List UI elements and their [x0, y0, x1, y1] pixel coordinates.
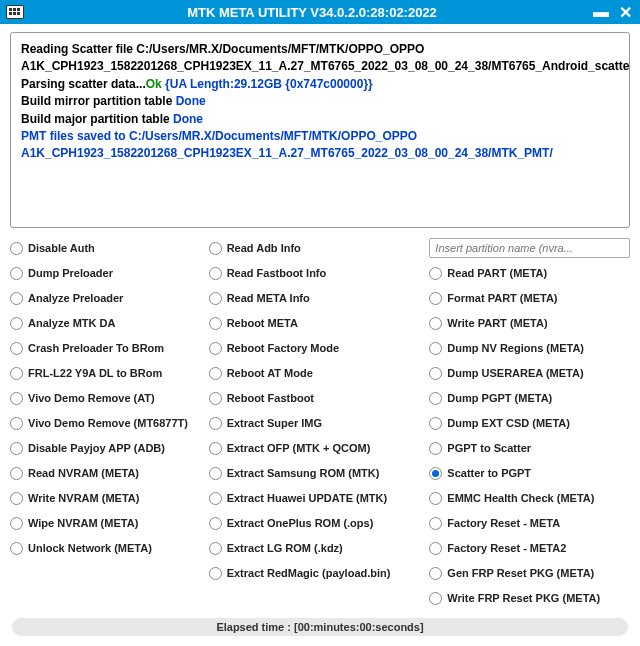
option-label: Read Adb Info — [227, 242, 301, 254]
option-label: Reboot META — [227, 317, 298, 329]
opt-c2-5[interactable]: Reboot AT Mode — [209, 363, 426, 383]
opt-c2-8[interactable]: Extract OFP (MTK + QCOM) — [209, 438, 426, 458]
opt-c2-7[interactable]: Extract Super IMG — [209, 413, 426, 433]
option-label: Disable Auth — [28, 242, 95, 254]
opt-c3-12[interactable]: Gen FRP Reset PKG (META) — [429, 563, 630, 583]
option-label: Reboot Fastboot — [227, 392, 314, 404]
options-panel: Disable AuthDump PreloaderAnalyze Preloa… — [10, 238, 630, 608]
opt-c1-10[interactable]: Write NVRAM (META) — [10, 488, 205, 508]
opt-c1-7[interactable]: Vivo Demo Remove (MT6877T) — [10, 413, 205, 433]
opt-c1-6[interactable]: Vivo Demo Remove (AT) — [10, 388, 205, 408]
radio-icon — [10, 517, 23, 530]
option-label: Analyze Preloader — [28, 292, 123, 304]
opt-c1-0[interactable]: Disable Auth — [10, 238, 205, 258]
option-label: Reboot AT Mode — [227, 367, 313, 379]
option-label: Vivo Demo Remove (MT6877T) — [28, 417, 188, 429]
opt-c2-1[interactable]: Read Fastboot Info — [209, 263, 426, 283]
opt-c3-11[interactable]: Factory Reset - META2 — [429, 538, 630, 558]
option-label: Write PART (META) — [447, 317, 547, 329]
radio-icon — [429, 292, 442, 305]
opt-c3-8[interactable]: Scatter to PGPT — [429, 463, 630, 483]
opt-c1-4[interactable]: Crash Preloader To BRom — [10, 338, 205, 358]
opt-c2-13[interactable]: Extract RedMagic (payload.bin) — [209, 563, 426, 583]
opt-c3-5[interactable]: Dump PGPT (META) — [429, 388, 630, 408]
radio-icon — [10, 242, 23, 255]
radio-icon — [10, 442, 23, 455]
radio-icon — [209, 367, 222, 380]
radio-icon — [209, 517, 222, 530]
option-label: Wipe NVRAM (META) — [28, 517, 138, 529]
option-label: Dump USERAREA (META) — [447, 367, 583, 379]
opt-c3-4[interactable]: Dump USERAREA (META) — [429, 363, 630, 383]
radio-icon — [209, 342, 222, 355]
radio-icon — [10, 417, 23, 430]
radio-icon — [10, 292, 23, 305]
opt-c3-9[interactable]: EMMC Health Check (META) — [429, 488, 630, 508]
opt-c3-2[interactable]: Write PART (META) — [429, 313, 630, 333]
opt-c3-3[interactable]: Dump NV Regions (META) — [429, 338, 630, 358]
radio-icon — [209, 242, 222, 255]
option-label: Extract OnePlus ROM (.ops) — [227, 517, 374, 529]
opt-c1-8[interactable]: Disable Payjoy APP (ADB) — [10, 438, 205, 458]
opt-c1-2[interactable]: Analyze Preloader — [10, 288, 205, 308]
status-bar: Elapsed time : [00:minutes:00:seconds] — [12, 618, 628, 636]
opt-c2-11[interactable]: Extract OnePlus ROM (.ops) — [209, 513, 426, 533]
radio-icon — [429, 592, 442, 605]
option-label: Extract OFP (MTK + QCOM) — [227, 442, 371, 454]
option-label: Dump EXT CSD (META) — [447, 417, 570, 429]
opt-c1-1[interactable]: Dump Preloader — [10, 263, 205, 283]
option-label: Scatter to PGPT — [447, 467, 531, 479]
option-label: Format PART (META) — [447, 292, 557, 304]
option-label: Unlock Network (META) — [28, 542, 152, 554]
opt-c2-6[interactable]: Reboot Fastboot — [209, 388, 426, 408]
opt-c1-9[interactable]: Read NVRAM (META) — [10, 463, 205, 483]
radio-icon — [209, 417, 222, 430]
radio-icon — [429, 392, 442, 405]
radio-icon — [209, 392, 222, 405]
option-label: Extract Huawei UPDATE (MTK) — [227, 492, 388, 504]
option-label: Analyze MTK DA — [28, 317, 115, 329]
radio-icon — [209, 567, 222, 580]
opt-c1-5[interactable]: FRL-L22 Y9A DL to BRom — [10, 363, 205, 383]
radio-icon — [10, 367, 23, 380]
window-controls: ▬ ✕ — [592, 4, 634, 20]
radio-icon — [209, 317, 222, 330]
opt-c3-10[interactable]: Factory Reset - META — [429, 513, 630, 533]
opt-c3-7[interactable]: PGPT to Scatter — [429, 438, 630, 458]
radio-icon — [10, 317, 23, 330]
option-label: Gen FRP Reset PKG (META) — [447, 567, 594, 579]
window-title: MTK META UTILITY V34.0.2.0:28:02:2022 — [32, 5, 592, 20]
option-label: Read PART (META) — [447, 267, 547, 279]
opt-c3-13[interactable]: Write FRP Reset PKG (META) — [429, 588, 630, 608]
option-label: FRL-L22 Y9A DL to BRom — [28, 367, 162, 379]
opt-c2-0[interactable]: Read Adb Info — [209, 238, 426, 258]
opt-c3-0[interactable]: Read PART (META) — [429, 263, 630, 283]
radio-icon — [209, 292, 222, 305]
radio-icon — [10, 492, 23, 505]
opt-c2-4[interactable]: Reboot Factory Mode — [209, 338, 426, 358]
option-label: Factory Reset - META2 — [447, 542, 566, 554]
option-label: Vivo Demo Remove (AT) — [28, 392, 155, 404]
close-button[interactable]: ✕ — [616, 4, 634, 20]
opt-c2-10[interactable]: Extract Huawei UPDATE (MTK) — [209, 488, 426, 508]
partition-name-input[interactable] — [429, 238, 630, 258]
radio-icon — [10, 392, 23, 405]
minimize-button[interactable]: ▬ — [592, 4, 610, 20]
opt-c1-11[interactable]: Wipe NVRAM (META) — [10, 513, 205, 533]
opt-c2-3[interactable]: Reboot META — [209, 313, 426, 333]
option-label: Disable Payjoy APP (ADB) — [28, 442, 165, 454]
radio-icon — [10, 467, 23, 480]
opt-c3-6[interactable]: Dump EXT CSD (META) — [429, 413, 630, 433]
opt-c3-1[interactable]: Format PART (META) — [429, 288, 630, 308]
opt-c2-2[interactable]: Read META Info — [209, 288, 426, 308]
opt-c1-12[interactable]: Unlock Network (META) — [10, 538, 205, 558]
opt-c2-12[interactable]: Extract LG ROM (.kdz) — [209, 538, 426, 558]
option-label: Write NVRAM (META) — [28, 492, 139, 504]
titlebar: MTK META UTILITY V34.0.2.0:28:02:2022 ▬ … — [0, 0, 640, 24]
option-label: Extract LG ROM (.kdz) — [227, 542, 343, 554]
radio-icon — [209, 542, 222, 555]
app-icon — [6, 5, 24, 19]
opt-c2-9[interactable]: Extract Samsung ROM (MTK) — [209, 463, 426, 483]
option-label: Extract Super IMG — [227, 417, 322, 429]
opt-c1-3[interactable]: Analyze MTK DA — [10, 313, 205, 333]
